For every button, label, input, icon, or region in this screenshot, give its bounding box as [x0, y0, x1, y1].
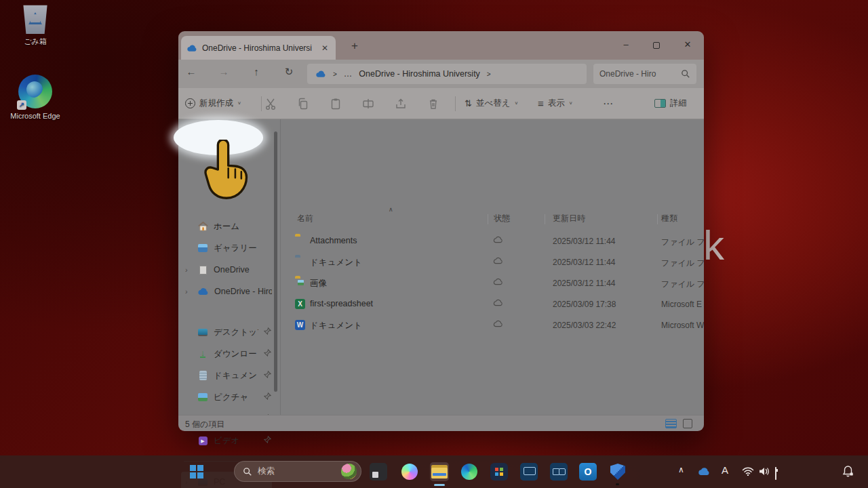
column-header-name[interactable]: 名前	[297, 213, 313, 224]
list-view-icon[interactable]	[665, 419, 677, 428]
file-row[interactable]: X first-spreadsheet 2025/03/09 17:38 Mic…	[281, 294, 704, 314]
details-pane-icon	[654, 99, 666, 108]
battery-icon[interactable]	[775, 468, 776, 480]
new-button[interactable]: 新規作成 ∨	[185, 88, 241, 119]
gallery-icon	[197, 243, 208, 253]
file-modified: 2025/03/12 11:44	[553, 279, 616, 288]
sidebar-item-videos[interactable]: ▶ ビデオ	[181, 430, 272, 451]
details-pane-button[interactable]: 詳細	[654, 88, 687, 119]
copy-button[interactable]	[296, 88, 310, 119]
chevron-right-icon[interactable]: ›	[185, 266, 192, 274]
ime-indicator[interactable]: A	[722, 464, 728, 476]
sidebar-item-desktop[interactable]: デスクトップ	[181, 322, 272, 342]
tab-title: OneDrive - Hiroshima Universi	[202, 43, 315, 53]
search-highlight-image	[341, 464, 357, 479]
tray-onedrive-icon[interactable]	[697, 466, 711, 479]
pin-icon	[264, 371, 272, 380]
taskbar-search[interactable]: 検索	[234, 461, 361, 482]
file-name: Attachments	[310, 236, 357, 245]
view-lines-icon: ≡	[538, 98, 544, 109]
sidebar-onedrive-org-label: OneDrive - Hiro	[214, 287, 272, 296]
wifi-icon[interactable]	[742, 466, 754, 479]
sidebar-item-gallery[interactable]: ギャラリー	[181, 238, 272, 258]
monitor-app-icon	[520, 463, 538, 481]
item-count: 5 個の項目	[185, 419, 224, 430]
pin-icon	[264, 349, 272, 359]
explorer-tab[interactable]: OneDrive - Hiroshima Universi ✕	[181, 36, 336, 60]
taskbar-edge[interactable]	[460, 462, 479, 481]
tray-chevron-up-icon[interactable]: ∧	[678, 465, 684, 474]
taskbar-copilot[interactable]	[400, 462, 419, 481]
status-bar: 5 個の項目	[178, 415, 704, 431]
paste-button[interactable]	[329, 88, 342, 119]
chevron-down-icon: ∨	[237, 101, 241, 106]
new-label: 新規作成	[199, 98, 233, 109]
new-tab-button[interactable]: +	[351, 39, 358, 53]
address-bar: ← → ↑ ↻ > … OneDrive - Hiroshima Univers…	[178, 60, 704, 88]
taskbar-multi-monitor-app[interactable]	[549, 462, 568, 481]
videos-icon: ▶	[197, 435, 208, 446]
file-name: 画像	[310, 278, 327, 289]
chevron-right-icon[interactable]: ›	[185, 287, 192, 296]
file-row[interactable]: Attachments 2025/03/12 11:44 ファイル フォル	[281, 231, 704, 251]
start-button[interactable]	[187, 462, 206, 481]
sidebar-scrollbar[interactable]	[274, 131, 277, 392]
taskbar-app-dark[interactable]	[369, 462, 388, 481]
taskbar-file-explorer[interactable]	[430, 462, 449, 481]
desktop-icon-edge[interactable]: ↗ Microsoft Edge	[9, 75, 61, 120]
desktop-icon-recycle-bin[interactable]: ごみ箱	[9, 4, 61, 47]
search-placeholder: 検索	[258, 466, 336, 477]
tab-close-icon[interactable]: ✕	[319, 43, 330, 53]
file-row[interactable]: ドキュメント 2025/03/12 11:44 ファイル フォル	[281, 252, 704, 272]
breadcrumb[interactable]: > … OneDrive - Hiroshima University >	[307, 64, 587, 84]
sidebar-item-pictures[interactable]: ピクチャ	[181, 387, 272, 407]
sidebar-item-downloads[interactable]: ↓ ダウンロード	[181, 344, 272, 364]
file-type: ファイル フォル	[661, 237, 704, 248]
file-row[interactable]: 画像 2025/03/12 11:44 ファイル フォル	[281, 273, 704, 293]
forward-button[interactable]: →	[215, 66, 233, 77]
pin-icon	[264, 327, 272, 337]
file-type: ファイル フォル	[661, 279, 704, 290]
onedrive-cloud-icon	[315, 70, 326, 78]
column-header-type[interactable]: 種類	[661, 213, 677, 224]
back-button[interactable]: ←	[182, 66, 200, 77]
more-button[interactable]: ⋯	[603, 88, 613, 119]
file-row[interactable]: W ドキュメント 2025/03/03 22:42 Microsoft W	[281, 315, 704, 336]
taskbar-security[interactable]	[608, 462, 627, 481]
notification-bell-icon[interactable]	[842, 465, 854, 480]
column-header-modified[interactable]: 更新日時	[553, 213, 585, 224]
breadcrumb-chevron-icon[interactable]: >	[487, 70, 491, 78]
taskbar-store[interactable]	[490, 462, 509, 481]
taskbar-outlook[interactable]: O	[578, 462, 597, 481]
cut-button[interactable]	[264, 88, 277, 119]
volume-icon[interactable]	[759, 466, 770, 479]
maximize-button[interactable]	[643, 34, 670, 56]
share-button[interactable]	[394, 88, 408, 119]
sort-button[interactable]: ⇅ 並べ替え ∨	[465, 88, 518, 119]
file-modified: 2025/03/12 11:44	[553, 258, 616, 267]
sidebar-item-onedrive[interactable]: › OneDrive	[181, 260, 272, 280]
refresh-button[interactable]: ↻	[280, 66, 298, 78]
breadcrumb-chevron-icon[interactable]: >	[333, 70, 337, 78]
view-button[interactable]: ≡ 表示 ∨	[538, 88, 573, 119]
minimize-button[interactable]: –	[612, 34, 639, 56]
delete-button[interactable]	[427, 88, 440, 119]
close-button[interactable]: ✕	[674, 34, 701, 56]
breadcrumb-path[interactable]: OneDrive - Hiroshima University	[359, 69, 480, 79]
column-header-status[interactable]: 状態	[494, 213, 510, 224]
sidebar-item-home[interactable]: ホーム	[181, 216, 272, 237]
up-button[interactable]: ↑	[248, 66, 265, 77]
sidebar-videos-label: ビデオ	[214, 435, 258, 447]
search-input[interactable]: OneDrive - Hiro	[593, 64, 696, 84]
downloads-icon: ↓	[197, 348, 208, 359]
file-explorer-icon	[431, 465, 448, 479]
breadcrumb-overflow[interactable]: …	[344, 69, 353, 79]
sidebar-item-onedrive-org[interactable]: › OneDrive - Hiro	[181, 281, 272, 302]
thumbnail-view-icon[interactable]	[683, 419, 692, 428]
edge-icon	[461, 464, 477, 480]
rename-button[interactable]	[361, 88, 375, 119]
chevron-down-icon: ∨	[569, 101, 573, 106]
sidebar-item-documents[interactable]: ドキュメント	[181, 365, 272, 386]
cloud-status-icon	[493, 257, 503, 266]
taskbar-remote-app[interactable]	[519, 462, 538, 481]
